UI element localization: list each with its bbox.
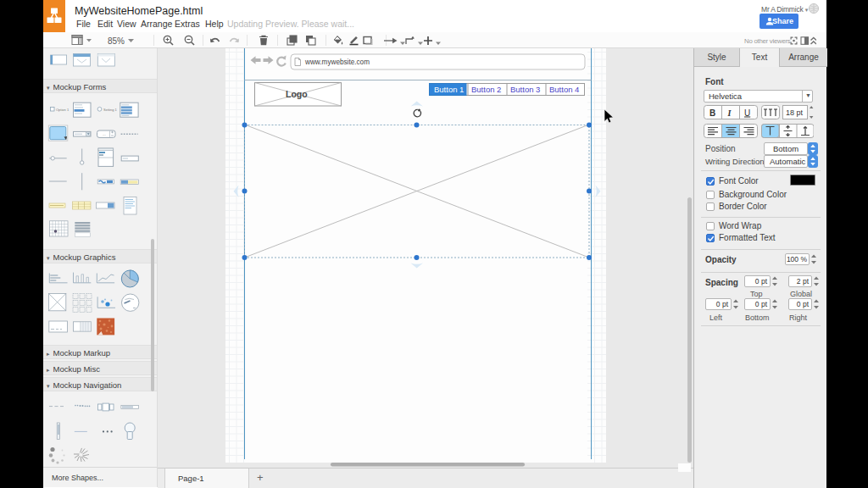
svg-text:B: B [709,108,715,118]
svg-text:Button 4: Button 4 [549,85,579,94]
svg-text:Button 1: Button 1 [434,85,464,94]
svg-text:Button 3: Button 3 [510,85,540,94]
svg-text:Button 2: Button 2 [471,85,501,94]
svg-text:www.mywebsite.com: www.mywebsite.com [304,58,370,66]
svg-text:...: ... [103,132,106,136]
svg-text:Option 1: Option 1 [56,108,70,112]
svg-text:Logo: Logo [286,89,308,99]
svg-text:18 pt: 18 pt [786,108,804,117]
svg-text:U: U [744,108,750,118]
svg-text:Setting 1: Setting 1 [103,108,118,112]
